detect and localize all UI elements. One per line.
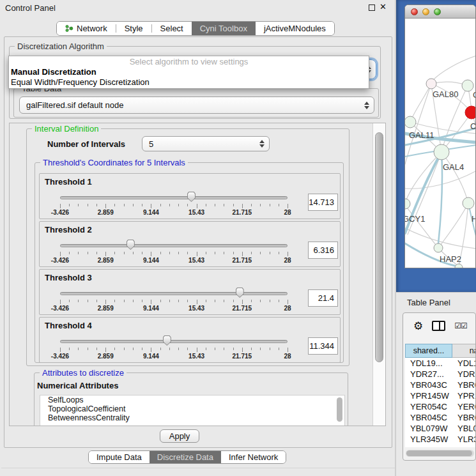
dropdown-placeholder-item[interactable]: Select algorithm to view settings: [9, 56, 369, 67]
slider-thumb[interactable]: [187, 192, 196, 202]
panel-scrollbar-thumb[interactable]: [375, 132, 383, 362]
table-cell[interactable]: YBR045C: [405, 412, 452, 423]
slider-tick: [151, 252, 151, 256]
table-cell[interactable]: YLR345W: [452, 434, 476, 445]
table-column-header[interactable]: shared...: [405, 344, 452, 358]
table-cell[interactable]: YDL19...: [405, 358, 452, 369]
network-canvas[interactable]: GAL80GACGAL11GAL4GCY1HHAP2: [405, 19, 476, 268]
table-row[interactable]: YBR043CYBR043C: [405, 380, 476, 390]
network-window-titlebar[interactable]: [405, 5, 475, 19]
threshold-value-field[interactable]: 14.713: [308, 194, 338, 211]
tab-network[interactable]: Network: [57, 22, 116, 35]
table-cell[interactable]: YBL079W: [405, 423, 452, 434]
table-cell[interactable]: YBR043C: [405, 380, 452, 390]
combobox-spinner-icon[interactable]: [364, 102, 369, 109]
slider-track[interactable]: [60, 292, 288, 295]
number-of-intervals-combobox[interactable]: 5: [142, 136, 270, 151]
slider-tick: [169, 300, 170, 302]
table-cell[interactable]: YBR043C: [452, 380, 476, 390]
tab-select[interactable]: Select: [152, 22, 192, 35]
table-cell[interactable]: YPR145W: [452, 390, 476, 401]
network-node[interactable]: [405, 116, 416, 128]
network-edge[interactable]: [441, 152, 468, 203]
slider-tick: [197, 252, 197, 256]
table-cell[interactable]: YDR27...: [405, 369, 452, 380]
zoom-window-icon[interactable]: [434, 8, 441, 15]
network-node[interactable]: [463, 197, 474, 209]
network-node[interactable]: [434, 144, 449, 160]
network-node[interactable]: [426, 79, 436, 89]
threshold-value-field[interactable]: 6.316: [308, 242, 338, 259]
slider-tick: [270, 204, 270, 206]
slider-track[interactable]: [60, 340, 288, 343]
table-row[interactable]: YIL052CYIL052C: [405, 445, 476, 447]
close-panel-icon[interactable]: ✕: [380, 2, 387, 12]
network-node[interactable]: [462, 80, 473, 91]
float-window-icon[interactable]: [369, 4, 375, 11]
table-cell[interactable]: YDL19...: [452, 358, 476, 369]
combobox-spinner-icon[interactable]: [259, 140, 265, 148]
slider-thumb[interactable]: [127, 240, 135, 250]
table-column-header[interactable]: name: [452, 344, 476, 358]
select-columns-icons[interactable]: ☑☑: [454, 321, 467, 330]
table-cell[interactable]: YBL079W: [452, 423, 476, 434]
panel-scrollbar-track[interactable]: [372, 123, 385, 426]
tab-cyni-toolbox[interactable]: Cyni Toolbox: [192, 22, 256, 35]
tab-discretize-data[interactable]: Discretize Data: [150, 451, 221, 463]
table-cell[interactable]: YDR27...: [452, 369, 476, 380]
minimize-window-icon[interactable]: [422, 8, 429, 15]
slider-tick: [279, 252, 279, 254]
threshold-value-field[interactable]: 11.344: [308, 337, 338, 355]
network-edge[interactable]: [438, 152, 442, 243]
tab-impute-data[interactable]: Impute Data: [89, 451, 150, 463]
attribute-list-item[interactable]: SelfLoops: [40, 395, 344, 404]
dropdown-option-manual-discretization[interactable]: Manual Discretization: [9, 67, 369, 77]
table-cell[interactable]: YIL052C: [452, 445, 476, 447]
table-row[interactable]: YBR045CYBR045C: [405, 412, 476, 423]
table-row[interactable]: YER054CYER054C: [405, 401, 476, 412]
list-scrollbar-thumb[interactable]: [337, 397, 342, 422]
table-cell[interactable]: YLR345W: [405, 434, 452, 445]
attribute-list-item[interactable]: BetweennessCentrality: [40, 413, 344, 422]
attribute-list-item[interactable]: TopologicalCoefficient: [40, 404, 344, 413]
slider-thumb[interactable]: [236, 288, 244, 298]
network-edge[interactable]: [410, 84, 431, 122]
gear-icon[interactable]: ⚙: [413, 319, 423, 332]
tab-style[interactable]: Style: [116, 22, 151, 35]
table-hscrollbar-track[interactable]: [406, 450, 474, 457]
slider-tick: [215, 204, 215, 206]
slider-tick-label: 28: [284, 305, 291, 312]
tab-jactivemnodules[interactable]: jActiveMNodules: [256, 22, 334, 35]
network-node[interactable]: [434, 243, 443, 252]
slider-thumb[interactable]: [163, 335, 171, 346]
network-edge[interactable]: [405, 171, 476, 188]
table-data-combobox[interactable]: galFiltered.sif default node: [19, 96, 374, 114]
table-row[interactable]: YDL19...YDL19...: [405, 358, 476, 369]
table-cell[interactable]: YIL052C: [405, 445, 452, 447]
network-edge[interactable]: [433, 56, 476, 80]
table-row[interactable]: YPR145WYPR145W: [405, 390, 476, 401]
table-cell[interactable]: YER054C: [452, 401, 476, 412]
close-window-icon[interactable]: [411, 8, 418, 15]
table-cell[interactable]: YBR045C: [452, 412, 476, 423]
table-row[interactable]: YDR27...YDR27...: [405, 369, 476, 380]
slider-tick: [242, 348, 243, 352]
network-node[interactable]: [465, 106, 476, 119]
table-cell[interactable]: YPR145W: [405, 390, 452, 401]
network-node[interactable]: [455, 264, 463, 268]
threshold-value-field[interactable]: 21.4: [308, 289, 338, 307]
slider-track[interactable]: [60, 196, 288, 199]
table-row[interactable]: YLR345WYLR345W: [405, 434, 476, 445]
table-cell[interactable]: YER054C: [405, 401, 452, 412]
numerical-attributes-list[interactable]: SelfLoopsTopologicalCoefficientBetweenne…: [40, 395, 345, 426]
table-row[interactable]: YBL079WYBL079W: [405, 423, 476, 434]
slider-track[interactable]: [60, 244, 288, 247]
apply-button[interactable]: Apply: [160, 429, 199, 443]
split-view-icon[interactable]: [432, 321, 445, 331]
attributes-group-title: Attributes to discretize: [40, 368, 127, 378]
table-hscrollbar-thumb[interactable]: [406, 450, 472, 456]
tab-infer-network[interactable]: Infer Network: [221, 451, 286, 463]
network-edge[interactable]: [405, 205, 438, 248]
dropdown-option-equal-width-frequency[interactable]: Equal Width/Frequency Discretization: [9, 77, 369, 88]
network-node[interactable]: [405, 199, 410, 209]
